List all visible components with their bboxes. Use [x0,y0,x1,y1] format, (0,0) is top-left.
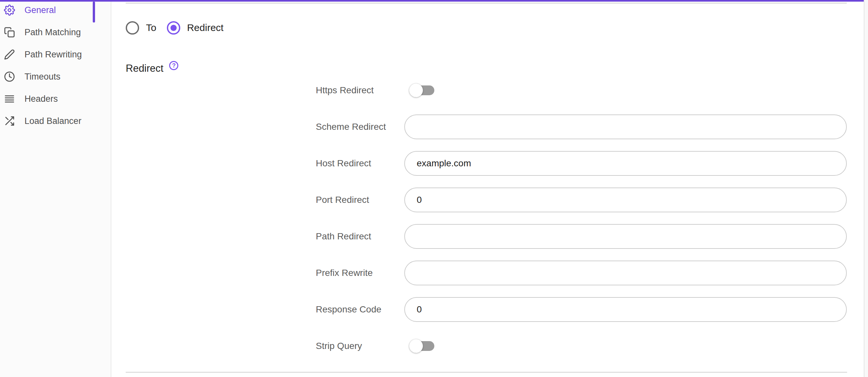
toggle-knob [409,339,423,353]
clock-icon [4,71,15,82]
copy-icon [4,27,15,38]
top-divider [126,3,847,4]
form-row-host-redirect: Host Redirect [0,151,868,176]
radio-to-label[interactable]: To [146,22,156,33]
radio-redirect[interactable] [167,21,180,35]
strip-query-toggle[interactable] [409,339,434,353]
response-code-input[interactable] [404,297,847,322]
gear-icon [4,5,15,16]
radio-redirect-label[interactable]: Redirect [187,22,224,33]
port-redirect-input[interactable] [404,187,847,212]
field-label: Path Redirect [316,231,371,242]
scheme-redirect-input[interactable] [404,114,847,139]
active-tab-indicator [93,2,95,23]
field-label: Host Redirect [316,158,371,169]
sidebar-item-label: Headers [25,94,58,104]
app-root: General Path Matching Path Rewriting Tim… [0,0,868,377]
form-row-scheme-redirect: Scheme Redirect [0,114,868,139]
section-header: Redirect ? [126,61,178,76]
section-title: Redirect [126,63,163,74]
sidebar: General Path Matching Path Rewriting Tim… [0,0,111,377]
form-row-port-redirect: Port Redirect [0,187,868,212]
sidebar-item-label: General [25,5,56,15]
radio-dot [170,25,177,31]
sidebar-item-label: Timeouts [25,72,60,82]
redirect-type-radio-group: To Redirect [126,21,223,35]
shuffle-icon [4,115,15,127]
field-label: Scheme Redirect [316,122,386,132]
field-label: Port Redirect [316,195,369,205]
sidebar-item-headers[interactable]: Headers [0,88,111,110]
form-row-strip-query: Strip Query [0,334,868,358]
form-row-response-code: Response Code [0,297,868,322]
field-label: Prefix Rewrite [316,268,373,278]
field-label: Response Code [316,304,381,315]
toggle-knob [409,83,423,97]
sidebar-item-path-rewriting[interactable]: Path Rewriting [0,43,111,66]
path-redirect-input[interactable] [404,224,847,249]
prefix-rewrite-input[interactable] [404,261,847,285]
form-row-path-redirect: Path Redirect [0,224,868,249]
sidebar-item-label: Path Rewriting [25,49,82,60]
bottom-divider [126,372,847,373]
scrollbar-track[interactable] [864,0,868,377]
field-label: Strip Query [316,341,362,351]
help-icon[interactable]: ? [169,61,178,70]
sidebar-item-label: Load Balancer [25,116,81,126]
https-redirect-toggle[interactable] [409,83,434,97]
sidebar-item-path-matching[interactable]: Path Matching [0,21,111,43]
form-row-prefix-rewrite: Prefix Rewrite [0,261,868,285]
sidebar-item-label: Path Matching [25,27,81,37]
sidebar-item-load-balancer[interactable]: Load Balancer [0,110,111,132]
field-label: Https Redirect [316,85,374,96]
form-row-https-redirect: Https Redirect [0,78,868,103]
top-accent-bar [0,0,864,2]
radio-to[interactable] [126,21,139,35]
host-redirect-input[interactable] [404,151,847,176]
sidebar-item-timeouts[interactable]: Timeouts [0,66,111,88]
pencil-icon [4,49,15,60]
lines-icon [4,93,15,104]
